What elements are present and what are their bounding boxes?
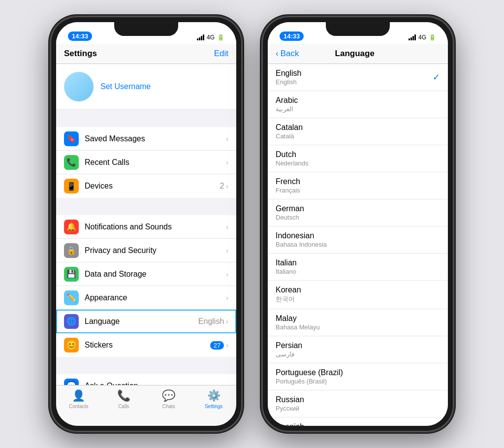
signal-icon bbox=[197, 34, 204, 40]
language-item-french[interactable]: French Français bbox=[268, 172, 448, 199]
status-right-right: 4G 🔋 bbox=[409, 34, 436, 41]
network-type-right: 4G bbox=[418, 34, 426, 41]
lang-name-korean: Korean bbox=[276, 286, 440, 294]
calls-tab-label: Calls bbox=[118, 404, 129, 409]
recent-calls-icon: 📞 bbox=[64, 155, 79, 170]
lang-native-arabic: العربية bbox=[276, 105, 440, 113]
lang-native-catalan: Català bbox=[276, 132, 440, 140]
chevron-ask: › bbox=[226, 382, 228, 385]
tab-calls[interactable]: 📞 Calls bbox=[101, 389, 147, 409]
stickers-label: Stickers bbox=[85, 341, 210, 350]
lang-native-persian: فارسی bbox=[276, 351, 440, 358]
profile-section: Set Username bbox=[56, 64, 236, 110]
stickers-icon: 😊 bbox=[64, 338, 79, 352]
language-icon: 🌐 bbox=[64, 314, 79, 329]
lang-native-malay: Bahasa Melayu bbox=[276, 323, 440, 331]
settings-item-saved[interactable]: 🔖 Saved Messages › bbox=[56, 127, 236, 151]
language-item-persian[interactable]: Persian فارسی bbox=[268, 336, 448, 363]
recent-calls-label: Recent Calls bbox=[85, 158, 226, 167]
devices-value: 2 bbox=[220, 182, 224, 191]
settings-item-privacy[interactable]: 🔒 Privacy and Security › bbox=[56, 239, 236, 262]
language-item-italian[interactable]: Italian Italiano bbox=[268, 254, 448, 281]
lang-name-arabic: Arabic bbox=[276, 96, 440, 105]
lang-name-italian: Italian bbox=[276, 258, 440, 267]
screen-right: 14:33 4G 🔋 ‹ Back Language bbox=[268, 22, 448, 426]
lang-native-italian: Italiano bbox=[276, 268, 440, 275]
calls-tab-icon: 📞 bbox=[117, 389, 130, 402]
language-item-korean[interactable]: Korean 한국어 bbox=[268, 281, 448, 309]
time-left: 14:33 bbox=[68, 32, 92, 41]
time-right: 14:33 bbox=[280, 32, 304, 41]
lang-name-spanish: Spanish bbox=[276, 422, 440, 426]
settings-item-data[interactable]: 💾 Data and Storage › bbox=[56, 262, 236, 286]
chevron-saved: › bbox=[226, 135, 228, 143]
settings-item-ask[interactable]: 💬 Ask a Question › bbox=[56, 374, 236, 385]
tab-contacts[interactable]: 👤 Contacts bbox=[56, 389, 101, 409]
lang-native-german: Deutsch bbox=[276, 214, 440, 221]
lang-native-indonesian: Bahasa Indonesia bbox=[276, 241, 440, 248]
nav-bar-language: ‹ Back Language bbox=[268, 44, 448, 64]
lang-name-persian: Persian bbox=[276, 341, 440, 350]
notifications-icon: 🔔 bbox=[64, 220, 79, 234]
language-item-german[interactable]: German Deutsch bbox=[268, 199, 448, 226]
settings-item-calls[interactable]: 📞 Recent Calls › bbox=[56, 151, 236, 174]
chevron-appearance: › bbox=[226, 294, 228, 302]
chevron-devices: › bbox=[226, 182, 228, 190]
stickers-badge: 27 bbox=[210, 341, 224, 350]
settings-group-1: 🔖 Saved Messages › 📞 Recent Calls › 📱 De… bbox=[56, 127, 236, 198]
language-item-portuguese[interactable]: Portuguese (Brazil) Português (Brasil) bbox=[268, 363, 448, 390]
tab-settings[interactable]: ⚙️ Settings bbox=[191, 389, 237, 409]
lang-native-english: English bbox=[276, 78, 440, 86]
signal-icon-right bbox=[409, 34, 416, 40]
edit-button[interactable]: Edit bbox=[214, 49, 228, 59]
status-right-left: 4G 🔋 bbox=[197, 34, 224, 41]
chevron-calls: › bbox=[226, 159, 228, 166]
checkmark-english: ✓ bbox=[433, 72, 440, 83]
chevron-privacy: › bbox=[226, 247, 228, 255]
chats-tab-label: Chats bbox=[162, 404, 175, 409]
set-username-link[interactable]: Set Username bbox=[100, 82, 151, 91]
language-item-russian[interactable]: Russian Русский bbox=[268, 390, 448, 417]
language-item-english[interactable]: English English ✓ bbox=[268, 64, 448, 91]
appearance-label: Appearance bbox=[85, 293, 226, 302]
battery-icon-right: 🔋 bbox=[429, 34, 436, 41]
tab-chats[interactable]: 💬 Chats bbox=[146, 389, 191, 409]
language-item-indonesian[interactable]: Indonesian Bahasa Indonesia bbox=[268, 226, 448, 254]
language-label: Language bbox=[85, 317, 198, 326]
language-item-dutch[interactable]: Dutch Nederlands bbox=[268, 145, 448, 172]
language-item-arabic[interactable]: Arabic العربية bbox=[268, 91, 448, 118]
saved-messages-label: Saved Messages bbox=[85, 134, 226, 143]
lang-name-french: French bbox=[276, 177, 440, 186]
privacy-label: Privacy and Security bbox=[85, 246, 226, 255]
language-item-malay[interactable]: Malay Bahasa Melayu bbox=[268, 309, 448, 336]
back-button[interactable]: ‹ Back bbox=[276, 49, 299, 59]
contacts-tab-icon: 👤 bbox=[72, 389, 85, 402]
language-item-catalan[interactable]: Catalan Català bbox=[268, 118, 448, 145]
settings-item-devices[interactable]: 📱 Devices 2 › bbox=[56, 174, 236, 198]
settings-tab-label: Settings bbox=[205, 404, 222, 409]
network-type: 4G bbox=[207, 34, 215, 41]
chats-tab-icon: 💬 bbox=[162, 389, 175, 402]
settings-item-appearance[interactable]: ✏️ Appearance › bbox=[56, 286, 236, 310]
settings-item-stickers[interactable]: 😊 Stickers 27 › bbox=[56, 333, 236, 357]
notch-left bbox=[114, 22, 178, 36]
settings-item-notifications[interactable]: 🔔 Notifications and Sounds › bbox=[56, 215, 236, 239]
settings-content: Set Username 🔖 Saved Messages › 📞 Recent… bbox=[56, 64, 236, 385]
lang-name-english: English bbox=[276, 69, 440, 78]
settings-item-language[interactable]: 🌐 Language English › bbox=[56, 310, 236, 333]
language-item-spanish[interactable]: Spanish Español bbox=[268, 417, 448, 426]
saved-messages-icon: 🔖 bbox=[64, 131, 79, 146]
tab-bar: 👤 Contacts 📞 Calls 💬 Chats ⚙️ Settings bbox=[56, 385, 236, 426]
settings-group-3: 💬 Ask a Question › ❓ Telegram FAQ › bbox=[56, 374, 236, 385]
avatar bbox=[64, 72, 94, 101]
lang-native-portuguese: Português (Brasil) bbox=[276, 378, 440, 385]
left-phone: 14:33 4G 🔋 Settings Edit Set Use bbox=[50, 16, 242, 432]
battery-icon: 🔋 bbox=[217, 34, 224, 41]
lang-name-malay: Malay bbox=[276, 314, 440, 323]
settings-tab-icon: ⚙️ bbox=[207, 389, 220, 402]
language-value: English bbox=[198, 317, 224, 326]
lang-name-german: German bbox=[276, 204, 440, 213]
lang-native-korean: 한국어 bbox=[276, 295, 440, 304]
contacts-tab-label: Contacts bbox=[69, 404, 88, 409]
notch-right bbox=[326, 22, 390, 36]
